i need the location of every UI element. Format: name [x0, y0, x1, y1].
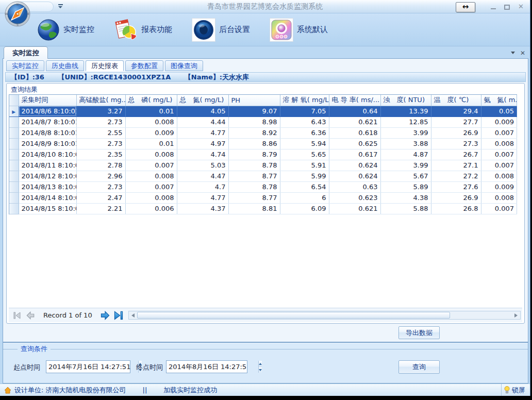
table-cell[interactable]: 0.621 [329, 203, 380, 214]
column-header[interactable]: PH [228, 95, 280, 106]
table-cell[interactable]: 5.94 [280, 138, 329, 149]
table-cell[interactable]: 8.81 [228, 203, 280, 214]
table-cell[interactable]: 5.89 [380, 181, 431, 192]
last-record-button[interactable] [112, 310, 125, 321]
table-cell[interactable]: 4.87 [380, 149, 431, 160]
horizontal-scrollbar[interactable] [128, 311, 521, 320]
table-cell[interactable]: 4.05 [177, 106, 228, 116]
table-cell[interactable]: 4.44 [177, 116, 228, 127]
restore-button[interactable] [504, 5, 510, 10]
column-header[interactable]: 电 导 率( ms/... [329, 95, 380, 106]
table-row[interactable]: 2014/8/12 8:10:012.960.0084.478.775.990.… [9, 171, 517, 181]
table-cell[interactable]: 8.78 [228, 160, 280, 171]
table-cell[interactable]: 0.621 [329, 116, 380, 127]
lock-screen-button[interactable]: 锁屏 [501, 384, 530, 396]
table-cell[interactable]: 7.05 [280, 106, 329, 116]
column-header[interactable]: 高锰酸盐( mg... [76, 95, 125, 106]
start-time-editor[interactable] [46, 360, 130, 373]
column-header[interactable]: 温 度( ℃) [431, 95, 481, 106]
table-cell[interactable]: 3.88 [380, 138, 431, 149]
table-cell[interactable]: 2014/8/15 8:10:01 [19, 203, 76, 214]
table-cell[interactable]: 4.77 [177, 127, 228, 138]
row-selector[interactable] [9, 116, 19, 127]
resize-toggle-button[interactable]: ↔ [456, 2, 475, 12]
table-cell[interactable]: 5.88 [380, 203, 431, 214]
row-selector-header[interactable] [9, 95, 19, 106]
table-cell[interactable]: 8.77 [228, 171, 280, 181]
table-cell[interactable]: 2.96 [76, 171, 125, 181]
row-selector[interactable] [9, 149, 19, 160]
table-cell[interactable]: 0.007 [481, 203, 517, 214]
table-row[interactable]: ▶2014/8/6 8:10:013.270.014.059.077.050.6… [9, 106, 517, 116]
toolbar-button-realtime-monitor[interactable]: 实时监控 [37, 19, 94, 41]
spin-down-icon[interactable] [259, 366, 262, 373]
table-cell[interactable]: 0.008 [125, 171, 177, 181]
subtab-history-curve[interactable]: 历史曲线 [46, 60, 84, 71]
end-time-input[interactable] [167, 361, 258, 373]
table-cell[interactable]: 0.623 [329, 192, 380, 203]
table-cell[interactable]: 0.05 [481, 106, 517, 116]
row-selector[interactable] [9, 203, 19, 214]
table-cell[interactable]: 6 [280, 192, 329, 203]
table-cell[interactable]: 2014/8/13 8:10:01 [19, 181, 76, 192]
table-cell[interactable]: 0.006 [125, 203, 177, 214]
table-cell[interactable]: 5.67 [380, 171, 431, 181]
row-selector[interactable] [9, 192, 19, 203]
table-cell[interactable]: 0.007 [125, 160, 177, 171]
table-cell[interactable]: 3.99 [380, 160, 431, 171]
tabstrip-dropdown-icon[interactable] [511, 52, 515, 54]
table-cell[interactable]: 0.007 [125, 181, 177, 192]
table-cell[interactable]: 9.07 [228, 106, 280, 116]
table-cell[interactable]: 0.624 [329, 160, 380, 171]
table-cell[interactable]: 2.55 [76, 127, 125, 138]
table-cell[interactable]: 6.09 [280, 203, 329, 214]
table-row[interactable]: 2014/8/11 8:10:012.780.0075.038.785.910.… [9, 160, 517, 171]
table-cell[interactable]: 5.03 [177, 160, 228, 171]
table-row[interactable]: 2014/8/14 8:10:012.470.0084.778.7760.623… [9, 192, 517, 203]
table-cell[interactable]: 0.009 [125, 127, 177, 138]
table-cell[interactable]: 0.009 [481, 116, 517, 127]
table-cell[interactable]: 2.47 [76, 192, 125, 203]
table-cell[interactable]: 0.64 [329, 106, 380, 116]
table-cell[interactable]: 0.625 [329, 138, 380, 149]
table-cell[interactable]: 2014/8/7 8:10:01 [19, 116, 76, 127]
table-cell[interactable]: 4.74 [177, 149, 228, 160]
table-cell[interactable]: 2.21 [76, 203, 125, 214]
table-cell[interactable]: 2014/8/8 8:10:01 [19, 127, 76, 138]
minimize-button[interactable] [491, 8, 496, 9]
query-button[interactable]: 查询 [398, 360, 440, 374]
previous-record-button[interactable] [24, 310, 37, 321]
table-cell[interactable]: 2014/8/10 8:10:01 [19, 149, 76, 160]
table-cell[interactable]: 2014/8/9 8:10:01 [19, 138, 76, 149]
table-row[interactable]: 2014/8/10 8:10:012.350.0084.748.795.650.… [9, 149, 517, 160]
table-cell[interactable]: 27.6 [431, 181, 481, 192]
next-record-button[interactable] [98, 310, 112, 321]
end-time-spinner[interactable] [258, 361, 262, 373]
end-time-editor[interactable] [166, 360, 247, 373]
table-cell[interactable]: 8.86 [228, 138, 280, 149]
table-cell[interactable]: 2.73 [76, 138, 125, 149]
table-cell[interactable]: 4.38 [380, 192, 431, 203]
table-cell[interactable]: 8.79 [228, 149, 280, 160]
table-cell[interactable]: 2014/8/12 8:10:01 [19, 171, 76, 181]
column-header[interactable]: 采集时间 [19, 95, 76, 106]
toolbar-button-backend-settings[interactable]: 后台设置 [192, 18, 250, 42]
table-cell[interactable]: 5.91 [280, 160, 329, 171]
column-header[interactable]: 总 磷( mg/L) [125, 95, 177, 106]
splitter[interactable] [3, 342, 528, 343]
export-data-button[interactable]: 导出数据 [398, 326, 440, 339]
table-cell[interactable]: 4.37 [177, 203, 228, 214]
start-time-input[interactable] [46, 361, 138, 373]
table-cell[interactable]: 29.4 [431, 106, 481, 116]
table-cell[interactable]: 8.98 [228, 116, 280, 127]
table-cell[interactable]: 4.7 [177, 181, 228, 192]
table-cell[interactable]: 0.007 [481, 127, 517, 138]
table-row[interactable]: 2014/8/13 8:10:012.730.0074.78.786.540.6… [9, 181, 517, 192]
table-cell[interactable]: 2.35 [76, 149, 125, 160]
table-cell[interactable]: 12.85 [380, 116, 431, 127]
table-cell[interactable]: 26.9 [431, 192, 481, 203]
table-cell[interactable]: 8.78 [228, 181, 280, 192]
table-cell[interactable]: 0.008 [125, 192, 177, 203]
scroll-right-icon[interactable] [512, 311, 520, 319]
table-cell[interactable]: 5.65 [280, 149, 329, 160]
